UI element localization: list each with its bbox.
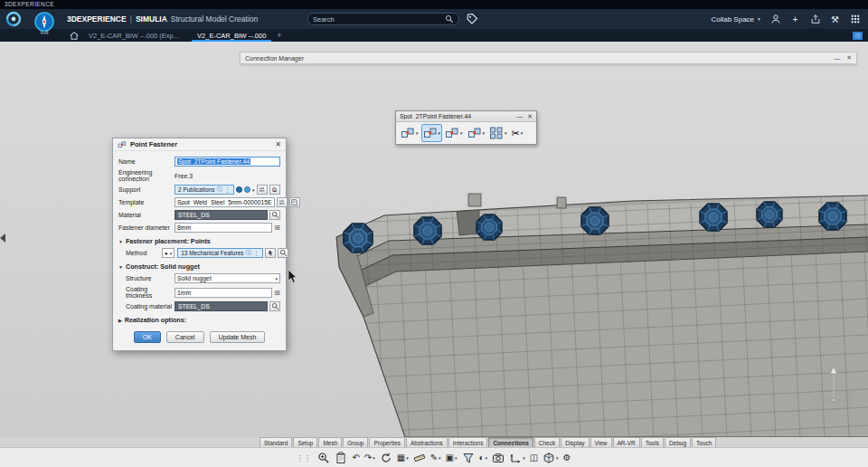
fastener-toolbar-titlebar[interactable]: Spot_2TPoint Fastener.44 — ✕ — [396, 111, 536, 122]
formula-icon[interactable]: ⊞ — [274, 289, 280, 297]
tab-tools[interactable]: Tools — [641, 437, 664, 447]
search-features-button[interactable] — [278, 248, 288, 258]
dialog-titlebar[interactable]: Point Fastener ✕ — [113, 138, 286, 151]
structure-select[interactable]: Solid nugget ▾ — [175, 273, 280, 283]
template-catalog-button[interactable] — [289, 197, 300, 207]
publication-graph-button[interactable] — [257, 185, 268, 195]
tab-display[interactable]: Display — [561, 437, 589, 447]
tab-check[interactable]: Check — [534, 437, 560, 447]
update-icon[interactable] — [379, 450, 393, 465]
app-grid-icon[interactable] — [849, 14, 861, 25]
fastener-point[interactable] — [757, 202, 782, 227]
tab-properties[interactable]: Properties — [369, 437, 405, 447]
3d-viewport[interactable] — [298, 181, 868, 437]
weld-tab[interactable] — [557, 197, 566, 208]
collab-space-selector[interactable]: Collab Space ▼ — [711, 15, 761, 24]
surface-fastener-button[interactable]: ▾ — [466, 124, 487, 142]
search-icon[interactable] — [445, 14, 454, 24]
more-icon[interactable]: ⋮ — [253, 250, 259, 257]
tab-view[interactable]: View — [590, 437, 612, 447]
name-input[interactable]: Spot_2TPoint Fastener.44 — [175, 157, 280, 167]
point-fastener-type-button[interactable]: ▾ — [399, 124, 420, 142]
info-icon[interactable]: ⓘ — [246, 249, 252, 257]
material-search-button[interactable] — [269, 210, 280, 220]
coating-material-chip[interactable]: STEEL_DS — [175, 301, 268, 311]
tab-touch[interactable]: Touch — [692, 437, 716, 447]
fastener-point[interactable] — [344, 224, 373, 253]
annotate-icon[interactable]: ✎▾ — [429, 450, 442, 465]
fastener-point[interactable] — [819, 203, 846, 230]
support-options-button[interactable]: ⧉ — [269, 185, 280, 195]
measure-icon[interactable] — [412, 450, 427, 465]
select-pointer-button[interactable] — [265, 248, 276, 258]
chevron-down-icon[interactable]: ▾ — [252, 187, 255, 193]
cancel-button[interactable]: Cancel — [166, 331, 204, 343]
undo-icon[interactable]: ↶ — [351, 450, 360, 465]
line-fastener-button[interactable]: ▾ — [443, 124, 465, 142]
trim-fastener-button[interactable]: ✂▾ — [510, 124, 525, 142]
paste-icon[interactable] — [334, 450, 348, 465]
section-cut-icon[interactable]: ◫ — [529, 450, 539, 465]
redo-icon[interactable]: ↷▾ — [363, 450, 376, 465]
fastener-group-button[interactable]: ▾ — [487, 124, 509, 142]
search-input[interactable] — [313, 15, 445, 24]
panel-expand-arrow-icon[interactable] — [0, 234, 5, 243]
connection-manager-bar[interactable]: Connection Manager — ✕ — [240, 52, 857, 64]
add-icon[interactable]: + — [789, 14, 801, 25]
more-icon[interactable]: ⋮ — [224, 186, 231, 194]
coating-material-search-button[interactable] — [269, 301, 280, 311]
tab-group[interactable]: Group — [343, 437, 368, 447]
close-icon[interactable]: ✕ — [527, 113, 533, 120]
info-icon[interactable]: ⓘ — [216, 186, 222, 194]
method-features-chip[interactable]: 13 Mechanical Features ⓘ ⋮ — [177, 248, 263, 258]
minimize-icon[interactable]: — — [516, 113, 523, 119]
axes-icon[interactable]: ▾ — [508, 450, 526, 465]
ok-button[interactable]: OK — [134, 331, 161, 343]
tag-icon[interactable] — [466, 13, 478, 25]
layout-pin-icon[interactable]: ◳ — [853, 32, 863, 40]
coating-thickness-input[interactable]: 1mm — [175, 288, 272, 298]
tab-interactions[interactable]: Interactions — [448, 437, 488, 447]
home-icon[interactable] — [69, 30, 80, 41]
tab-abstractions[interactable]: Abstractions — [406, 437, 448, 447]
support-chip[interactable]: 2 Publications ⓘ ⋮ — [175, 185, 234, 195]
realization-section-header[interactable]: ▶ Realization options: — [118, 316, 280, 324]
formula-icon[interactable]: ⊞ — [274, 224, 280, 232]
settings-icon[interactable]: ⚙ — [562, 450, 572, 465]
capture-icon[interactable] — [491, 450, 505, 465]
diameter-input[interactable]: 8mm — [175, 223, 272, 233]
document-tab-inactive[interactable]: V2_E-CAR_BiW --.000 (Exp... — [80, 29, 188, 42]
compass-logo-icon[interactable]: V+R — [33, 11, 56, 34]
new-tab-button[interactable]: + — [277, 31, 281, 40]
tab-connections[interactable]: Connections — [488, 437, 533, 447]
close-icon[interactable]: ✕ — [846, 54, 852, 62]
placement-section-header[interactable]: ▼ Fastener placement: Points — [118, 237, 280, 245]
share-icon[interactable] — [809, 14, 821, 25]
toolbar-grip-handle[interactable]: ⋮⋮ — [296, 453, 310, 462]
template-swap-button[interactable] — [277, 197, 288, 207]
tab-debug[interactable]: Debug — [665, 437, 691, 447]
tab-mesh[interactable]: Mesh — [318, 437, 342, 447]
minimize-icon[interactable]: — — [834, 55, 840, 62]
filter-icon[interactable] — [461, 450, 476, 465]
tools-icon[interactable]: ⚒ — [829, 14, 841, 25]
render-style-icon[interactable]: ◐▾ — [478, 450, 489, 465]
tab-standard[interactable]: Standard — [259, 437, 292, 447]
fastener-point[interactable] — [414, 217, 441, 244]
support-swatch-icon[interactable] — [244, 186, 250, 193]
point-fastener-active-button[interactable]: ▾ — [421, 124, 443, 142]
weld-tab[interactable] — [468, 194, 481, 206]
fastener-point[interactable] — [700, 204, 727, 231]
close-icon[interactable]: ✕ — [275, 140, 281, 148]
material-value-chip[interactable]: STEEL_DS — [175, 210, 268, 220]
tab-setup[interactable]: Setup — [293, 437, 317, 447]
zoom-area-icon[interactable] — [316, 450, 331, 465]
document-tab-active[interactable]: V2_E-CAR_BiW --.000 — [188, 29, 275, 42]
table-view-icon[interactable]: ▦▾ — [396, 450, 410, 465]
model-cube-icon[interactable]: ▾ — [542, 450, 560, 465]
construct-section-header[interactable]: ▼ Construct: Solid nugget — [118, 262, 280, 271]
global-search[interactable] — [307, 13, 459, 25]
support-swatch-icon[interactable] — [236, 186, 242, 193]
3ds-logo-icon[interactable] — [4, 10, 24, 28]
fastener-point[interactable] — [476, 214, 502, 240]
